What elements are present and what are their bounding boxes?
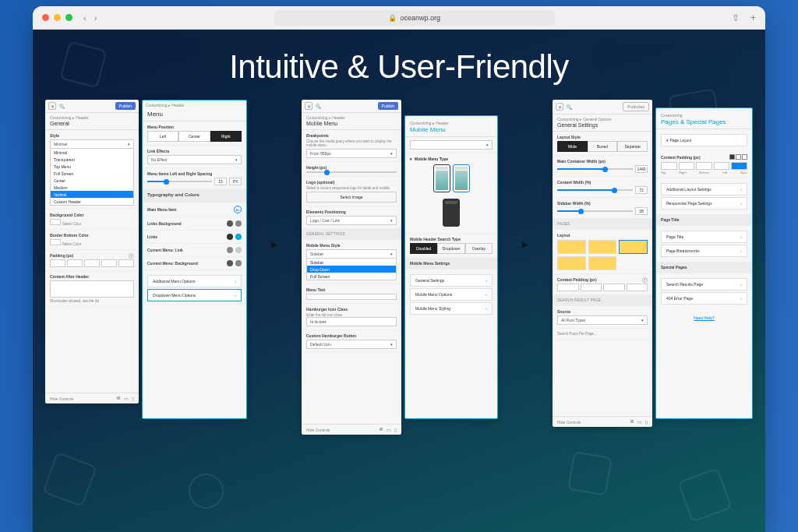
close-window[interactable] xyxy=(42,14,49,21)
lock-icon: 🔒 xyxy=(388,14,397,22)
slider[interactable] xyxy=(147,181,212,182)
nav-arrows: ‹ › xyxy=(83,13,97,23)
page-content: Intuitive & User-Friendly ✕ 🔍 Publish Cu… xyxy=(33,30,765,532)
traffic-lights xyxy=(42,14,72,21)
slider[interactable] xyxy=(557,210,633,212)
back-icon[interactable]: ‹ xyxy=(83,13,87,23)
forward-icon[interactable]: › xyxy=(94,13,97,23)
minimize-window[interactable] xyxy=(54,14,61,21)
url-text: oceanwp.org xyxy=(400,14,440,22)
browser-bar: ‹ › 🔒 oceanwp.org ⇧ + xyxy=(33,6,765,30)
address-bar[interactable]: 🔒 oceanwp.org xyxy=(274,10,555,26)
slider[interactable] xyxy=(306,171,397,173)
browser-actions: ⇧ + xyxy=(732,12,756,23)
slider[interactable] xyxy=(557,168,633,170)
share-icon[interactable]: ⇧ xyxy=(732,12,740,23)
background-pattern xyxy=(33,30,765,532)
slider[interactable] xyxy=(557,189,633,191)
maximize-window[interactable] xyxy=(65,14,72,21)
browser-window: ‹ › 🔒 oceanwp.org ⇧ + Intuitive & User-F… xyxy=(33,6,765,532)
new-tab-icon[interactable]: + xyxy=(750,12,756,23)
